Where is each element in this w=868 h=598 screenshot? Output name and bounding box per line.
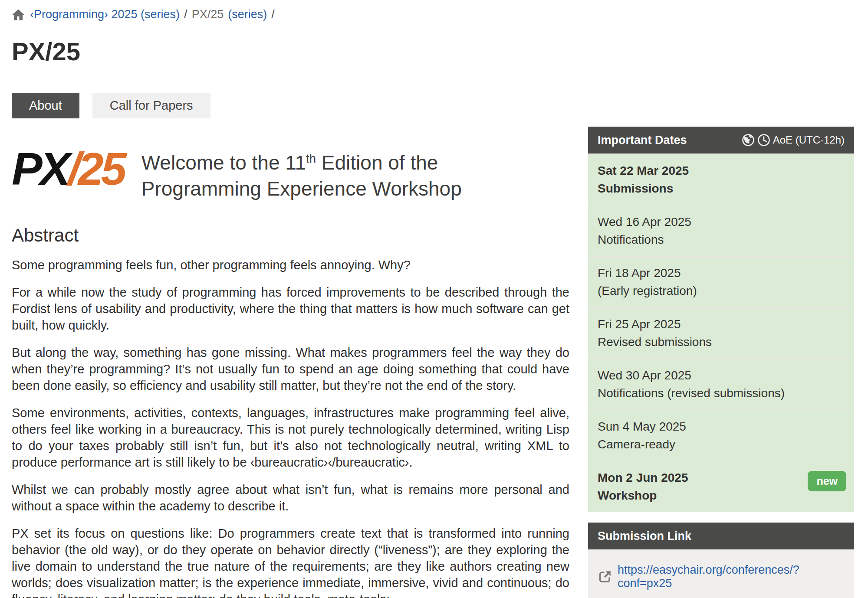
date-row-date: Sat 22 Mar 2025 [598, 162, 845, 180]
submission-link-header: Submission Link [588, 523, 854, 549]
date-row-label: Camera-ready [598, 435, 845, 453]
welcome-heading: Welcome to the 11th Edition of the Progr… [141, 150, 462, 202]
tab-bar: About Call for Papers [12, 93, 868, 118]
date-row-label: Workshop [598, 487, 845, 504]
submission-link-panel: Submission Link https://easychair.org/co… [588, 523, 854, 598]
submission-link-body: https://easychair.org/conferences/?conf=… [588, 549, 854, 598]
logo-px-text: PX [12, 143, 68, 194]
globe-icon [742, 134, 755, 147]
new-badge: new [808, 471, 846, 491]
breadcrumb: ‹Programming› 2025 (series) / PX/25 (ser… [12, 8, 868, 21]
date-row-label: Revised submissions [598, 333, 845, 351]
date-row-date: Fri 25 Apr 2025 [598, 315, 845, 333]
date-row-label: Notifications (revised submissions) [598, 384, 845, 402]
date-row-date: Wed 16 Apr 2025 [598, 213, 845, 231]
date-row-date: Fri 18 Apr 2025 [598, 264, 845, 282]
date-row-label: Submissions [598, 180, 845, 197]
external-link-icon [598, 569, 612, 584]
abstract-paragraph: Whilst we can probably mostly agree abou… [12, 481, 569, 514]
page-title: PX/25 [12, 37, 868, 66]
page: ‹Programming› 2025 (series) / PX/25 (ser… [0, 0, 868, 598]
date-row-notifications-revised: Wed 30 Apr 2025 Notifications (revised s… [588, 358, 854, 409]
date-row-notifications: Wed 16 Apr 2025 Notifications [588, 205, 854, 256]
breadcrumb-separator: / [271, 8, 275, 21]
date-row-label: Notifications [598, 231, 845, 248]
breadcrumb-current: PX/25 [192, 8, 224, 21]
ordinal-superscript: th [306, 152, 316, 165]
home-icon[interactable] [12, 8, 25, 21]
clock-icon [757, 134, 770, 147]
abstract-paragraph: Some environments, activities, contexts,… [12, 405, 569, 471]
date-row-label: (Early registration) [598, 282, 845, 300]
breadcrumb-separator: / [184, 8, 187, 21]
abstract-paragraph: But along the way, something has gone mi… [12, 344, 569, 394]
timezone-indicator: AoE (UTC-12h) [742, 134, 845, 147]
breadcrumb-link-programming-series[interactable]: ‹Programming› 2025 (series) [30, 8, 180, 21]
welcome-heading-line2: Programming Experience Workshop [141, 176, 462, 202]
date-row-submissions: Sat 22 Mar 2025 Submissions [588, 154, 854, 205]
tab-about[interactable]: About [12, 93, 79, 118]
date-row-early-registration: Fri 18 Apr 2025 (Early registration) [588, 256, 854, 307]
important-dates-panel: Important Dates AoE (UTC-12h) Sat 22 Mar… [588, 127, 854, 512]
main-content: PX/25 Welcome to the 11th Edition of the… [12, 147, 572, 598]
breadcrumb-link-px25-series[interactable]: (series) [228, 8, 267, 21]
abstract-heading: Abstract [12, 225, 572, 246]
important-dates-header: Important Dates AoE (UTC-12h) [588, 127, 854, 154]
date-row-date: Wed 30 Apr 2025 [598, 366, 845, 384]
hero: PX/25 Welcome to the 11th Edition of the… [12, 147, 572, 202]
welcome-heading-line1: Welcome to the 11th Edition of the [141, 150, 462, 176]
timezone-label: AoE (UTC-12h) [773, 134, 845, 146]
submission-url-link[interactable]: https://easychair.org/conferences/?conf=… [618, 563, 845, 590]
submission-link-title: Submission Link [598, 529, 691, 543]
date-row-revised-submissions: Fri 25 Apr 2025 Revised submissions [588, 307, 854, 358]
logo-25-text: /25 [68, 143, 124, 194]
date-row-date: Sun 4 May 2025 [598, 418, 845, 435]
tab-call-for-papers[interactable]: Call for Papers [92, 93, 210, 118]
abstract-body: Some programming feels fun, other progra… [12, 257, 572, 598]
abstract-paragraph: PX set its focus on questions like: Do p… [12, 525, 569, 598]
px25-logo: PX/25 [12, 147, 124, 191]
important-dates-title: Important Dates [598, 134, 687, 147]
abstract-paragraph: Some programming feels fun, other progra… [12, 257, 569, 273]
date-row-workshop: Mon 2 Jun 2025 Workshop new [588, 461, 854, 512]
date-row-camera-ready: Sun 4 May 2025 Camera-ready [588, 409, 854, 461]
abstract-paragraph: For a while now the study of programming… [12, 284, 569, 333]
